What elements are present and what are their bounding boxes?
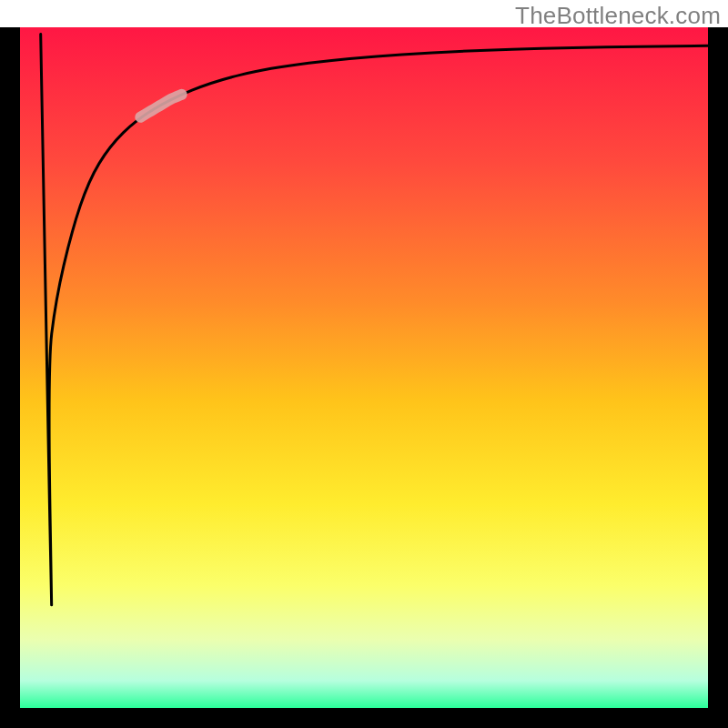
chart-stage: TheBottleneck.com — [0, 0, 728, 728]
plot-frame — [708, 27, 728, 728]
bottleneck-chart — [0, 0, 728, 728]
plot-frame — [0, 27, 20, 728]
plot-frame — [0, 708, 728, 728]
plot-background — [20, 27, 708, 708]
